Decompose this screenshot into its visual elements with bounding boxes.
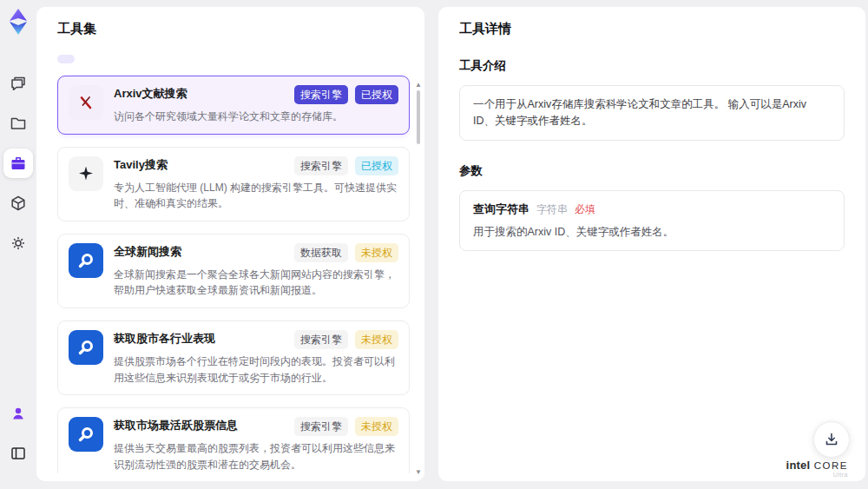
app-logo [6, 8, 30, 37]
tool-description: 提供当天交易量最高的股票列表，投资者可以利用这些信息来识别流动性强的股票和潜在的… [114, 440, 398, 472]
toolbox-icon [10, 155, 27, 172]
auth-status-badge: 已授权 [355, 156, 398, 175]
tool-card[interactable]: 获取股市各行业表现 搜索引擎 未授权 提供股票市场各个行业在特定时间段内的表现。… [57, 320, 410, 395]
scroll-up-arrow-icon[interactable]: ▲ [414, 82, 423, 89]
ultra-brand-text: Ultra [786, 472, 848, 479]
tavily-star-icon [79, 167, 93, 181]
page-title: 工具集 [57, 21, 416, 37]
param-required-flag: 必填 [575, 202, 595, 217]
param-box: 查询字符串 字符串 必填 用于搜索的Arxiv ID、关键字或作者姓名。 [459, 190, 845, 251]
collapse-sidebar-button[interactable] [3, 439, 33, 468]
tool-title: 获取股市各行业表现 [114, 330, 215, 347]
chat-icon [10, 75, 27, 92]
scrollbar-thumb[interactable] [417, 90, 420, 144]
arxiv-icon [76, 92, 96, 113]
collapse-panel-icon [10, 445, 27, 462]
tool-title: Arxiv文献搜索 [114, 85, 187, 102]
category-badge: 搜索引擎 [294, 330, 348, 349]
category-badge: 搜索引擎 [294, 85, 348, 104]
intro-heading: 工具介绍 [459, 58, 845, 74]
tool-list-scrollbar: ▲ ▼ [414, 82, 423, 483]
tools-panel: 工具集 [36, 7, 424, 481]
tool-card[interactable]: Tavily搜索 搜索引擎 已授权 专为人工智能代理 (LLM) 构建的搜索引擎… [57, 147, 410, 221]
tool-card[interactable]: 全球新闻搜索 数据获取 未授权 全球新闻搜索是一个聚合全球各大新闻网站内容的搜索… [57, 234, 410, 308]
core-brand-text: CORE [814, 460, 848, 471]
sidebar-item-chat[interactable] [3, 69, 33, 98]
category-tab[interactable] [57, 55, 75, 63]
auth-status-badge: 已授权 [355, 85, 398, 104]
sidebar-item-settings[interactable] [3, 228, 33, 258]
tool-details-panel: 工具详情 工具介绍 一个用于从Arxiv存储库搜索科学论文和文章的工具。 输入可… [438, 7, 865, 481]
download-icon [823, 431, 840, 448]
intel-brand-text: intel [786, 459, 811, 472]
package-icon [10, 195, 27, 212]
sidebar-item-files[interactable] [3, 109, 33, 138]
tool-card[interactable]: 获取市场最活跃股票信息 搜索引擎 未授权 提供当天交易量最高的股票列表，投资者可… [57, 407, 410, 473]
category-tabs [57, 55, 416, 63]
intel-core-logo: intel CORE Ultra [786, 457, 848, 479]
tool-description: 提供股票市场各个行业在特定时间段内的表现。投资者可以利用这些信息来识别表现优于或… [114, 354, 398, 386]
sidebar-item-account[interactable] [3, 399, 33, 428]
tool-title: 全球新闻搜索 [114, 243, 181, 260]
search-app-icon [76, 250, 96, 271]
param-description: 用于搜索的Arxiv ID、关键字或作者姓名。 [473, 225, 831, 240]
folder-icon [10, 115, 27, 132]
param-name: 查询字符串 [473, 202, 529, 217]
left-rail [0, 0, 36, 489]
tool-card[interactable]: Arxiv文献搜索 搜索引擎 已授权 访问各个研究领域大量科学论文和文章的存储库… [57, 76, 410, 135]
category-badge: 搜索引擎 [294, 417, 348, 436]
tool-description: 专为人工智能代理 (LLM) 构建的搜索引擎工具。可快速提供实时、准确和真实的结… [114, 180, 398, 212]
category-badge: 数据获取 [294, 243, 348, 262]
search-app-icon [76, 424, 96, 445]
params-heading: 参数 [459, 163, 845, 179]
user-avatar-icon [10, 405, 27, 422]
sidebar-item-packages[interactable] [3, 188, 33, 218]
tool-list: Arxiv文献搜索 搜索引擎 已授权 访问各个研究领域大量科学论文和文章的存储库… [57, 76, 410, 473]
details-title: 工具详情 [459, 21, 845, 37]
tool-title: Tavily搜索 [114, 156, 168, 173]
category-badge: 搜索引擎 [294, 156, 348, 175]
auth-status-badge: 未授权 [355, 417, 398, 436]
sidebar-item-tools[interactable] [3, 149, 33, 178]
intro-text: 一个用于从Arxiv存储库搜索科学论文和文章的工具。 输入可以是Arxiv ID… [473, 96, 831, 129]
scroll-down-arrow-icon[interactable]: ▼ [414, 469, 423, 476]
download-button[interactable] [813, 421, 850, 458]
settings-gear-icon [10, 235, 27, 252]
search-app-icon [76, 337, 96, 358]
auth-status-badge: 未授权 [355, 243, 398, 262]
tool-description: 访问各个研究领域大量科学论文和文章的存储库。 [114, 109, 398, 125]
tool-description: 全球新闻搜索是一个聚合全球各大新闻网站内容的搜索引擎，帮助用户快速获取全球最新资… [114, 267, 398, 299]
param-type: 字符串 [536, 202, 568, 217]
tool-title: 获取市场最活跃股票信息 [114, 417, 238, 433]
intro-box: 一个用于从Arxiv存储库搜索科学论文和文章的工具。 输入可以是Arxiv ID… [459, 85, 845, 141]
auth-status-badge: 未授权 [355, 330, 398, 349]
